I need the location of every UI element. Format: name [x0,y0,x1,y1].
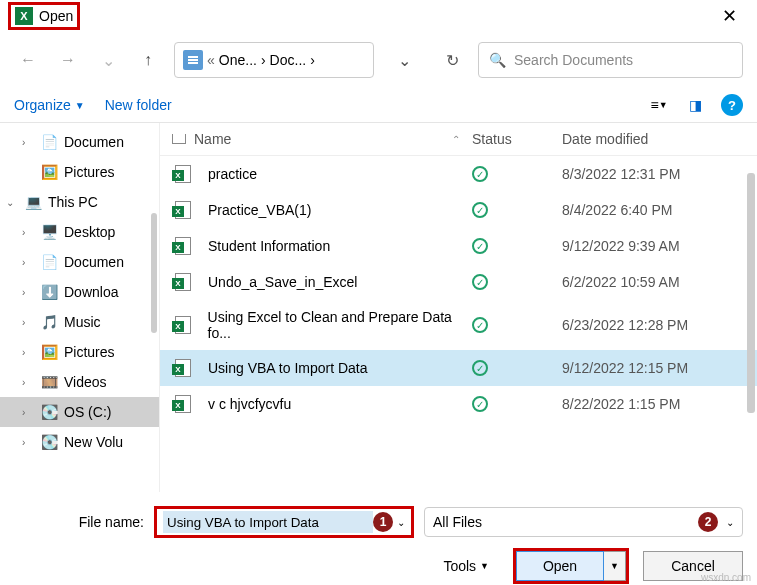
tree-icon: 🎞️ [40,373,58,391]
organize-menu[interactable]: Organize ▼ [14,97,85,113]
tree-item[interactable]: ›💽New Volu [0,427,159,457]
chevron-down-icon: ▼ [75,100,85,111]
search-icon: 🔍 [489,52,506,68]
annotation-badge-2: 2 [698,512,718,532]
excel-file-icon [172,273,190,291]
col-name[interactable]: Name [194,131,231,147]
chevron-right-icon: › [310,52,315,68]
chevron-icon: › [22,287,34,298]
path-dropdown[interactable]: ⌄ [390,46,418,74]
sort-arrow-icon: ⌃ [452,134,460,145]
tree-icon: 📄 [40,133,58,151]
excel-file-icon [172,201,190,219]
path-seg-1[interactable]: Doc... [270,52,307,68]
file-date: 9/12/2022 12:15 PM [562,360,745,376]
open-button-wrap: Open ▼ [513,548,629,584]
checkbox-icon[interactable] [172,134,186,144]
tree-icon: 🖼️ [40,163,58,181]
annotation-badge-1: 1 [373,512,393,532]
file-date: 6/2/2022 10:59 AM [562,274,745,290]
status-ok-icon: ✓ [472,202,488,218]
back-button[interactable]: ← [14,46,42,74]
file-row[interactable]: Using Excel to Clean and Prepare Data fo… [160,300,757,350]
col-status[interactable]: Status [472,131,562,147]
open-dropdown[interactable]: ▼ [604,551,626,581]
status-ok-icon: ✓ [472,396,488,412]
file-date: 8/22/2022 1:15 PM [562,396,745,412]
tree-scrollbar[interactable] [151,213,157,333]
tree-item[interactable]: ›💽OS (C:) [0,397,159,427]
close-button[interactable]: ✕ [710,1,749,31]
recent-button[interactable]: ⌄ [94,46,122,74]
chevron-icon: › [22,317,34,328]
file-name: practice [208,166,257,182]
tree-icon: 🖼️ [40,343,58,361]
chevron-icon: › [22,347,34,358]
tree-item[interactable]: ›📄Documen [0,247,159,277]
file-row[interactable]: Practice_VBA(1)✓8/4/2022 6:40 PM [160,192,757,228]
filter-label: All Files [433,514,482,530]
file-date: 8/4/2022 6:40 PM [562,202,745,218]
search-placeholder: Search Documents [514,52,633,68]
file-row[interactable]: v c hjvcfycvfu✓8/22/2022 1:15 PM [160,386,757,422]
col-date[interactable]: Date modified [562,131,745,147]
file-date: 8/3/2022 12:31 PM [562,166,745,182]
tree-item[interactable]: ›⬇️Downloa [0,277,159,307]
file-name: Practice_VBA(1) [208,202,311,218]
new-folder-button[interactable]: New folder [105,97,172,113]
address-bar[interactable]: « One... › Doc... › [174,42,374,78]
tree-item[interactable]: ›🎵Music [0,307,159,337]
tree-item[interactable]: 🖼️Pictures [0,157,159,187]
file-scrollbar[interactable] [747,173,755,413]
folder-icon [183,50,203,70]
help-button[interactable]: ? [721,94,743,116]
path-seg-0[interactable]: One... [219,52,257,68]
excel-file-icon [172,237,190,255]
excel-file-icon [172,165,190,183]
excel-icon: X [15,7,33,25]
refresh-button[interactable]: ↻ [438,46,466,74]
open-button[interactable]: Open [516,551,604,581]
file-row[interactable]: Undo_a_Save_in_Excel✓6/2/2022 10:59 AM [160,264,757,300]
tree-item[interactable]: ›🎞️Videos [0,367,159,397]
file-row[interactable]: Student Information✓9/12/2022 9:39 AM [160,228,757,264]
filename-dropdown[interactable]: ⌄ [397,517,405,528]
file-name: Student Information [208,238,330,254]
filename-input[interactable] [163,511,373,533]
chevron-icon: › [22,137,34,148]
up-button[interactable]: ↑ [134,46,162,74]
tree-label: Music [64,314,101,330]
tools-menu[interactable]: Tools ▼ [443,558,489,574]
view-list-icon[interactable]: ≡ ▼ [649,95,669,115]
search-input[interactable]: 🔍 Search Documents [478,42,743,78]
nav-tree[interactable]: ›📄Documen🖼️Pictures⌄💻This PC›🖥️Desktop›📄… [0,123,160,492]
chevron-icon: › [22,377,34,388]
tree-label: Downloa [64,284,118,300]
file-row[interactable]: practice✓8/3/2022 12:31 PM [160,156,757,192]
tree-label: Documen [64,254,124,270]
window-title: Open [39,8,73,24]
tree-icon: 💽 [40,433,58,451]
forward-button[interactable]: → [54,46,82,74]
file-list[interactable]: Name ⌃ Status Date modified practice✓8/3… [160,123,757,492]
status-ok-icon: ✓ [472,274,488,290]
tree-icon: 🖥️ [40,223,58,241]
tree-label: Videos [64,374,107,390]
preview-pane-icon[interactable]: ◨ [685,95,705,115]
status-ok-icon: ✓ [472,360,488,376]
tree-item[interactable]: ›🖥️Desktop [0,217,159,247]
tree-label: OS (C:) [64,404,111,420]
file-name: Undo_a_Save_in_Excel [208,274,357,290]
filetype-filter[interactable]: All Files 2 ⌄ [424,507,743,537]
tree-item[interactable]: ⌄💻This PC [0,187,159,217]
tree-icon: ⬇️ [40,283,58,301]
path-prefix: « [207,52,215,68]
tree-label: Pictures [64,344,115,360]
chevron-down-icon: ⌄ [726,517,734,528]
tree-icon: 💻 [24,193,42,211]
filename-field-wrap: 1 ⌄ [154,506,414,538]
tree-item[interactable]: ›🖼️Pictures [0,337,159,367]
tree-item[interactable]: ›📄Documen [0,127,159,157]
file-row[interactable]: Using VBA to Import Data✓9/12/2022 12:15… [160,350,757,386]
excel-file-icon [172,316,190,334]
